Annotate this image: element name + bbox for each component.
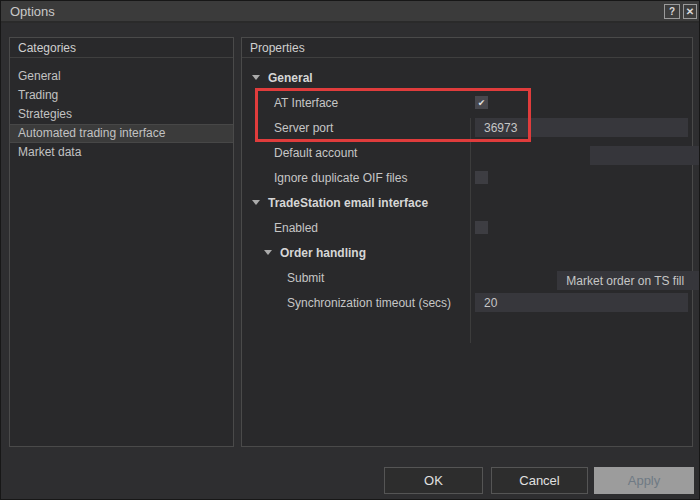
property-row-enabled: Enabled (242, 215, 692, 240)
property-label: AT Interface (242, 96, 338, 110)
property-label: Synchronization timeout (secs) (242, 296, 451, 310)
property-label: Default account (242, 146, 357, 160)
category-item-trading[interactable]: Trading (10, 86, 233, 105)
ok-button[interactable]: OK (384, 467, 483, 494)
at-interface-checkbox[interactable] (475, 96, 488, 109)
close-button[interactable]: ✕ (683, 4, 697, 19)
sync-timeout-input[interactable] (475, 293, 688, 312)
properties-grid: General AT Interface Server port Default… (242, 65, 692, 315)
property-row-sync-timeout: Synchronization timeout (secs) (242, 290, 692, 315)
group-row-tradestation-email[interactable]: TradeStation email interface (242, 190, 692, 215)
property-row-submit: Submit Market order on TS fill (242, 265, 692, 290)
default-account-dropdown[interactable] (590, 146, 700, 165)
server-port-input[interactable] (475, 118, 688, 137)
property-label: Ignore duplicate OIF files (242, 171, 407, 185)
enabled-checkbox[interactable] (475, 221, 488, 234)
categories-list: General Trading Strategies Automated tra… (10, 67, 233, 162)
titlebar[interactable]: Options ? ✕ (1, 1, 699, 23)
ignore-duplicate-oif-checkbox[interactable] (475, 171, 488, 184)
submit-dropdown[interactable]: Market order on TS fill (557, 271, 700, 290)
group-row-order-handling[interactable]: Order handling (242, 240, 692, 265)
group-row-general[interactable]: General (242, 65, 692, 90)
property-label: Submit (242, 271, 324, 285)
property-row-at-interface: AT Interface (242, 90, 692, 115)
options-dialog: Options ? ✕ Categories General Trading S… (0, 0, 700, 500)
property-row-ignore-duplicate-oif: Ignore duplicate OIF files (242, 165, 692, 190)
group-label: TradeStation email interface (268, 196, 428, 210)
property-row-server-port: Server port (242, 115, 692, 140)
cancel-button[interactable]: Cancel (491, 467, 588, 494)
group-label: General (268, 71, 313, 85)
apply-button[interactable]: Apply (594, 467, 694, 494)
properties-header: Properties (242, 38, 692, 58)
window-title: Options (1, 4, 55, 19)
property-row-default-account: Default account (242, 140, 692, 165)
collapse-arrow-icon[interactable] (252, 200, 260, 205)
help-button[interactable]: ? (664, 4, 680, 19)
category-item-market-data[interactable]: Market data (10, 143, 233, 162)
properties-panel: Properties General AT Interface Server p… (241, 37, 693, 447)
property-label: Enabled (242, 221, 318, 235)
collapse-arrow-icon[interactable] (252, 75, 260, 80)
categories-panel: Categories General Trading Strategies Au… (9, 37, 234, 447)
property-label: Server port (242, 121, 333, 135)
dropdown-value: Market order on TS fill (566, 274, 684, 288)
category-item-automated-trading-interface[interactable]: Automated trading interface (10, 124, 233, 143)
category-item-general[interactable]: General (10, 67, 233, 86)
category-item-strategies[interactable]: Strategies (10, 105, 233, 124)
group-label: Order handling (280, 246, 366, 260)
collapse-arrow-icon[interactable] (264, 250, 272, 255)
categories-header: Categories (10, 38, 233, 58)
